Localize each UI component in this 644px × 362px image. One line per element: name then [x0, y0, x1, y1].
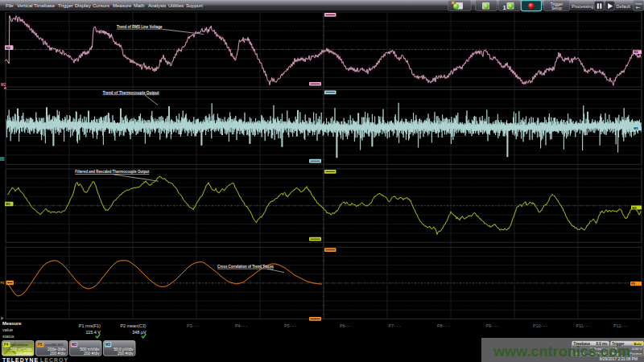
svg-text:0.00 V: 0.00 V — [632, 347, 642, 351]
svg-text:P5- - -: P5- - - — [284, 323, 296, 328]
svg-text:Cross Correlation of Trend Tra: Cross Correlation of Trend Traces — [217, 265, 274, 269]
svg-text:Default: Default — [617, 4, 631, 9]
svg-text:Trigger: Trigger — [58, 3, 73, 8]
svg-text:M3: M3 — [632, 206, 637, 210]
svg-text:F4: F4 — [4, 343, 9, 347]
svg-text:115.4 V: 115.4 V — [86, 330, 101, 335]
svg-text:Processing: Processing — [572, 4, 593, 9]
svg-text:8/29/2017 2:21:08 PM: 8/29/2017 2:21:08 PM — [600, 357, 638, 361]
svg-text:P11- - -: P11- - - — [576, 323, 590, 328]
svg-text:200 #/div: 200 #/div — [50, 352, 66, 356]
svg-text:Filtered and Rescaled Thermoco: Filtered and Rescaled Thermocouple Outpu… — [75, 170, 149, 174]
svg-text:status: status — [2, 334, 14, 339]
svg-text:200 #/div: 200 #/div — [84, 352, 100, 356]
svg-text:Trend of RMS Line Voltage: Trend of RMS Line Voltage — [117, 25, 163, 29]
svg-text:File: File — [6, 3, 14, 8]
svg-text:M2: M2 — [634, 50, 638, 54]
svg-text:P6- - -: P6- - - — [340, 323, 352, 328]
svg-text:Trigger: Trigger — [551, 2, 564, 6]
svg-text:500 mV/div: 500 mV/div — [80, 348, 100, 352]
svg-text:Display: Display — [75, 3, 91, 8]
svg-text:200 #/div: 200 #/div — [118, 352, 134, 356]
svg-text:corr(M2,M3: corr(M2,M3 — [45, 343, 64, 347]
svg-text:Trend of Thermocouple Output: Trend of Thermocouple Output — [103, 91, 159, 95]
svg-text:rescale(aw: rescale(aw — [11, 343, 29, 347]
svg-text:Undo: Undo — [634, 2, 642, 6]
svg-text:P12- - -: P12- - - — [613, 323, 628, 328]
svg-text:Setup: Setup — [551, 6, 562, 10]
svg-text:P2 mean(C3): P2 mean(C3) — [120, 323, 146, 328]
svg-text:200e-3/div: 200e-3/div — [47, 348, 66, 352]
svg-text:M2: M2 — [6, 46, 10, 50]
svg-text:Vertical: Vertical — [17, 3, 33, 8]
svg-text:P7- - -: P7- - - — [389, 323, 401, 328]
svg-text:500 m°C/div: 500 m°C/div — [10, 348, 32, 352]
svg-text:Analysis: Analysis — [148, 3, 166, 8]
svg-text:Timebase: Timebase — [34, 3, 56, 8]
svg-text:Measure: Measure — [2, 321, 22, 326]
svg-text:Utilities: Utilities — [168, 3, 184, 8]
svg-text:P3- - -: P3- - - — [187, 323, 199, 328]
svg-text:TELEDYNE: TELEDYNE — [2, 357, 38, 362]
svg-text:1: 1 — [503, 4, 506, 11]
svg-text:LECROY: LECROY — [40, 357, 68, 362]
svg-text:M3: M3 — [634, 126, 638, 130]
svg-text:200 #/div: 200 #/div — [16, 352, 32, 356]
svg-text:M2: M2 — [1, 83, 6, 87]
svg-text:F5: F5 — [631, 282, 635, 286]
svg-text:Measure: Measure — [113, 3, 132, 8]
svg-text:Support: Support — [186, 3, 203, 8]
svg-text:Math: Math — [134, 3, 144, 8]
svg-text:value: value — [2, 327, 13, 332]
svg-text:P1 rms(F1): P1 rms(F1) — [79, 323, 101, 328]
svg-text:M3: M3 — [105, 343, 111, 347]
svg-text:M2: M2 — [72, 343, 77, 347]
svg-text:P10- - -: P10- - - — [533, 323, 547, 328]
svg-text:F5: F5 — [38, 343, 43, 347]
svg-text:348 µV: 348 µV — [132, 330, 147, 335]
svg-text:F5: F5 — [1, 281, 5, 285]
svg-text:Auto: Auto — [634, 342, 642, 346]
svg-text:M3: M3 — [6, 202, 10, 206]
svg-text:P8- - -: P8- - - — [437, 323, 449, 328]
svg-text:P4- - -: P4- - - — [235, 323, 247, 328]
svg-text:50.0 µV/div: 50.0 µV/div — [114, 348, 134, 352]
svg-text:P9- - -: P9- - - — [486, 323, 498, 328]
svg-text:Cursors: Cursors — [93, 3, 109, 8]
svg-text:Positive: Positive — [630, 352, 642, 356]
